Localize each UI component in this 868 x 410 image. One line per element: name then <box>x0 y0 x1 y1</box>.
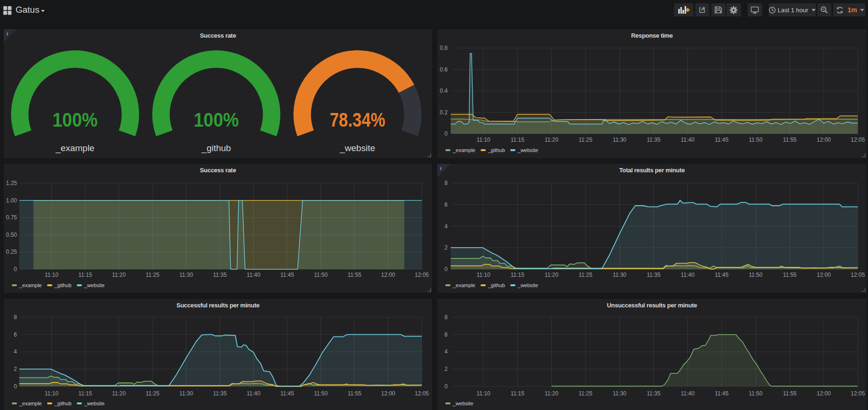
svg-text:12:00: 12:00 <box>817 137 831 143</box>
svg-text:11:15: 11:15 <box>78 390 92 397</box>
svg-text:11:30: 11:30 <box>613 137 627 143</box>
svg-text:0.25: 0.25 <box>6 249 17 255</box>
svg-text:0.4: 0.4 <box>440 88 448 94</box>
svg-text:0.2: 0.2 <box>440 109 448 116</box>
svg-text:11:50: 11:50 <box>749 137 763 143</box>
svg-text:11:45: 11:45 <box>715 137 729 143</box>
svg-text:11:45: 11:45 <box>280 272 294 278</box>
svg-text:11:40: 11:40 <box>681 137 694 143</box>
svg-text:_github: _github <box>201 143 231 153</box>
svg-text:12:05: 12:05 <box>851 390 865 397</box>
svg-text:11:20: 11:20 <box>112 390 126 397</box>
svg-text:11:10: 11:10 <box>476 272 490 278</box>
svg-text:11:55: 11:55 <box>783 272 796 278</box>
svg-text:12:05: 12:05 <box>415 272 429 278</box>
svg-text:0.50: 0.50 <box>6 232 17 238</box>
svg-text:11:45: 11:45 <box>715 272 729 278</box>
svg-text:11:30: 11:30 <box>179 390 193 397</box>
svg-text:6: 6 <box>444 331 448 338</box>
svg-text:11:45: 11:45 <box>715 390 729 397</box>
svg-text:8: 8 <box>444 314 448 321</box>
svg-text:11:25: 11:25 <box>579 137 592 143</box>
svg-text:0: 0 <box>14 383 17 390</box>
svg-text:12:00: 12:00 <box>817 272 831 278</box>
svg-text:0: 0 <box>14 266 17 273</box>
svg-text:11:15: 11:15 <box>511 272 524 278</box>
svg-text:11:15: 11:15 <box>78 272 92 278</box>
svg-text:11:35: 11:35 <box>647 390 660 397</box>
svg-text:11:20: 11:20 <box>545 272 558 278</box>
svg-text:11:40: 11:40 <box>247 272 260 278</box>
svg-text:2: 2 <box>444 244 448 251</box>
svg-text:0: 0 <box>444 130 448 137</box>
svg-text:_example: _example <box>55 143 94 153</box>
svg-text:6: 6 <box>14 331 17 338</box>
svg-text:0.75: 0.75 <box>6 214 17 221</box>
svg-text:100%: 100% <box>194 109 239 131</box>
svg-text:11:20: 11:20 <box>545 390 558 397</box>
svg-text:12:00: 12:00 <box>381 390 395 397</box>
svg-text:0.6: 0.6 <box>440 66 448 73</box>
svg-text:12:00: 12:00 <box>381 272 395 278</box>
svg-text:12:05: 12:05 <box>851 137 865 143</box>
svg-text:11:15: 11:15 <box>511 390 524 397</box>
svg-text:11:35: 11:35 <box>213 272 226 278</box>
svg-text:0: 0 <box>444 383 448 390</box>
svg-text:11:15: 11:15 <box>511 137 524 143</box>
svg-text:11:10: 11:10 <box>476 390 490 397</box>
svg-text:6: 6 <box>444 201 448 208</box>
svg-text:11:55: 11:55 <box>347 390 361 397</box>
svg-text:11:35: 11:35 <box>647 272 660 278</box>
svg-text:2: 2 <box>14 366 17 372</box>
svg-text:11:55: 11:55 <box>783 137 796 143</box>
svg-text:11:20: 11:20 <box>545 137 558 143</box>
svg-text:11:25: 11:25 <box>145 272 159 278</box>
svg-text:1.00: 1.00 <box>6 197 17 204</box>
svg-text:4: 4 <box>444 223 448 230</box>
svg-text:11:10: 11:10 <box>476 137 490 143</box>
svg-text:11:30: 11:30 <box>613 272 627 278</box>
svg-text:11:25: 11:25 <box>579 272 592 278</box>
svg-text:11:30: 11:30 <box>179 272 193 278</box>
svg-text:11:40: 11:40 <box>681 272 694 278</box>
svg-text:11:35: 11:35 <box>213 390 226 397</box>
svg-text:11:10: 11:10 <box>45 390 58 397</box>
svg-text:4: 4 <box>444 348 448 355</box>
svg-text:11:55: 11:55 <box>783 390 796 397</box>
svg-text:8: 8 <box>14 314 17 321</box>
svg-text:100%: 100% <box>53 109 98 131</box>
svg-text:11:50: 11:50 <box>314 272 328 278</box>
svg-text:11:45: 11:45 <box>280 390 294 397</box>
svg-text:11:50: 11:50 <box>314 390 328 397</box>
svg-text:2: 2 <box>444 366 448 372</box>
svg-text:_website: _website <box>339 143 375 153</box>
svg-text:11:20: 11:20 <box>112 272 126 278</box>
svg-text:0.8: 0.8 <box>440 45 448 51</box>
svg-text:12:00: 12:00 <box>817 390 831 397</box>
svg-text:11:10: 11:10 <box>45 272 58 278</box>
svg-text:4: 4 <box>14 348 17 355</box>
svg-text:11:40: 11:40 <box>681 390 694 397</box>
svg-text:8: 8 <box>444 180 448 186</box>
svg-text:11:25: 11:25 <box>145 390 159 397</box>
svg-text:0: 0 <box>444 266 448 273</box>
svg-text:11:50: 11:50 <box>749 390 763 397</box>
svg-text:11:55: 11:55 <box>347 272 361 278</box>
svg-text:11:30: 11:30 <box>613 390 627 397</box>
svg-text:11:40: 11:40 <box>247 390 260 397</box>
svg-text:11:50: 11:50 <box>749 272 763 278</box>
svg-text:12:05: 12:05 <box>851 272 865 278</box>
svg-text:12:05: 12:05 <box>415 390 429 397</box>
svg-text:78.34%: 78.34% <box>330 109 386 131</box>
svg-text:11:35: 11:35 <box>647 137 660 143</box>
svg-text:1.25: 1.25 <box>6 180 17 186</box>
svg-text:11:25: 11:25 <box>579 390 592 397</box>
